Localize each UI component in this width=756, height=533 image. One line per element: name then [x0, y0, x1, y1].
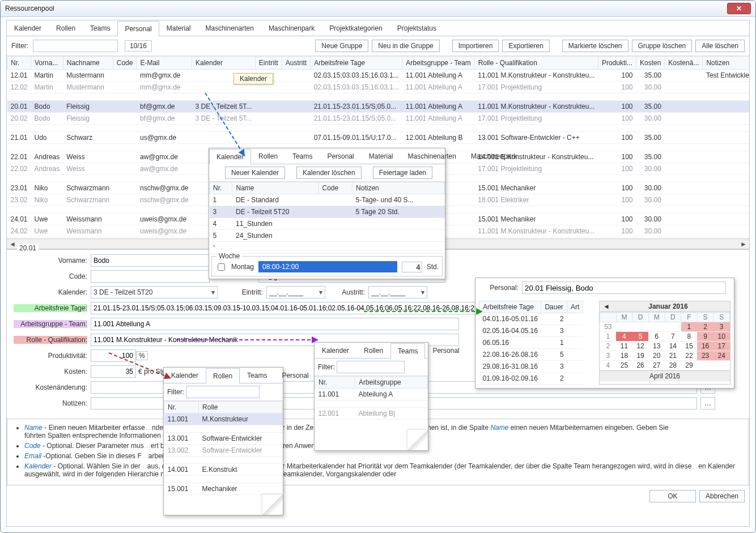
austritt-dropdown[interactable]: __.__.____ [368, 286, 427, 299]
calendar-day[interactable]: 14 [665, 342, 681, 351]
col-prod[interactable]: Produkti... [598, 57, 636, 70]
tab-personal[interactable]: Personal [320, 148, 361, 164]
calendar-day[interactable]: 29 [681, 361, 698, 370]
gruppe-loeschen-button[interactable]: Gruppe löschen [632, 40, 693, 52]
list-item[interactable]: 04.01.16-05.01.162 [479, 313, 583, 325]
table-row[interactable]: 12.02MartinMustermannmm@gmx.de02.03.15;0… [7, 82, 750, 93]
list-item[interactable]: 01.09.16-02.09.162 [479, 373, 583, 385]
calendar-day[interactable] [632, 322, 649, 332]
tab-rollen[interactable]: Rollen [356, 343, 390, 358]
calendar-day[interactable]: 5 [632, 332, 649, 342]
col-kalender[interactable]: Kalender [192, 57, 256, 70]
calendar-day[interactable]: 22 [681, 351, 698, 361]
list-item[interactable]: 3DE - Teilzeit 5T205 Tage 20 Std. [210, 206, 445, 218]
filter-input[interactable] [33, 40, 118, 52]
list-item[interactable]: 1DE - Standard5-Tage- und 40 S... [210, 194, 445, 206]
table-row[interactable]: 20.01BodoFleissigbf@gmx.de3 DE - Teilzei… [7, 101, 750, 113]
rollen-filter-input[interactable] [186, 386, 260, 398]
tab-kalender[interactable]: Kalender [315, 343, 356, 358]
tab-maschinenpark[interactable]: Maschinenpark [464, 148, 524, 164]
table-row[interactable]: 21.01UdoSchwarzus@gmx.de07.01.15-09.01.1… [7, 132, 750, 144]
calendar-day[interactable]: 13 [648, 342, 665, 351]
tab-kalender[interactable]: Kalender [164, 368, 206, 383]
tab-rollen[interactable]: Rollen [206, 368, 240, 383]
importieren-button[interactable]: Importieren [452, 40, 499, 52]
tab-maschinenarten[interactable]: Maschinenarten [198, 20, 261, 36]
col-austritt[interactable]: Austritt [282, 57, 310, 70]
calendar-day[interactable] [697, 361, 713, 370]
calendar-day[interactable]: 20 [648, 351, 665, 361]
calendar-day[interactable]: 21 [665, 351, 681, 361]
calendar-day[interactable]: 18 [616, 351, 632, 361]
kalender-dropdown[interactable]: 3 DE - Teilzeit 5T20 [91, 286, 218, 299]
alle-loeschen-button[interactable]: Alle löschen [695, 40, 745, 52]
tab-maschinenarten[interactable]: Maschinenarten [400, 148, 463, 164]
table-row[interactable]: 12.01MartinMustermannmm@gmx.de02.03.15;0… [7, 70, 750, 82]
list-item[interactable]: 22.08.16-26.08.165 [479, 349, 583, 361]
neuer-kalender-button[interactable]: Neuer Kalender [225, 167, 285, 179]
arbeitsfreie-tage-list[interactable]: Arbeitsfreie TageDauerArt04.01.16-05.01.… [479, 301, 583, 385]
calendar-day[interactable]: 26 [632, 361, 649, 370]
vorname-input[interactable] [91, 254, 210, 267]
kosten-input[interactable] [91, 365, 136, 378]
teams-filter-input[interactable] [337, 361, 405, 373]
produktivitaet-input[interactable] [91, 349, 136, 362]
calendar-day[interactable]: 19 [632, 351, 649, 361]
tab-teams[interactable]: Teams [285, 148, 320, 164]
tab-rollen[interactable]: Rollen [251, 148, 285, 164]
calendar-day[interactable]: 2 [697, 322, 713, 332]
list-item[interactable]: 02.05.16-04.05.163 [479, 325, 583, 337]
montag-std-input[interactable] [402, 262, 422, 272]
tab-material[interactable]: Material [159, 20, 198, 36]
neue-gruppe-button[interactable]: Neue Gruppe [315, 40, 368, 52]
list-item[interactable]: 14.001E.Konstrukt [164, 464, 283, 476]
tab-personal[interactable]: Personal [425, 343, 466, 358]
calendar-day[interactable] [665, 322, 681, 332]
list-item[interactable]: 13.002Software-Entwickler [164, 445, 283, 457]
list-item[interactable]: 29.08.16-31.08.163 [479, 361, 583, 373]
list-item[interactable]: * [210, 242, 445, 254]
notizen-more-button[interactable]: … [700, 397, 715, 410]
col-rolle[interactable]: Rolle - Qualifikation [474, 57, 598, 70]
tab-rollen[interactable]: Rollen [49, 20, 83, 36]
calendar-day[interactable]: 9 [697, 332, 713, 342]
calendar-prev-icon[interactable]: ◄ [603, 302, 610, 310]
rollen-list[interactable]: Nr.Rolle11.001M.Konstrukteur13.001Softwa… [164, 401, 283, 495]
mini-calendar[interactable]: ◄ Januar 2016 MDMDFSS5312314567891021112… [599, 301, 730, 385]
calendar-day[interactable]: 6 [648, 332, 665, 342]
calendar-day[interactable]: 3 [713, 322, 730, 332]
col-team[interactable]: Arbeitsgruppe - Team [402, 57, 475, 70]
tab-teams[interactable]: Teams [240, 368, 274, 383]
calendar-day[interactable]: 17 [713, 342, 730, 351]
col-vorname[interactable]: Vorna... [31, 57, 63, 70]
calendar-day[interactable]: 4 [616, 332, 632, 342]
col-nachname[interactable]: Nachname [63, 57, 113, 70]
calendar-day[interactable]: 27 [648, 361, 665, 370]
calendar-day[interactable]: 16 [697, 342, 713, 351]
col-eintritt[interactable]: Eintritt [255, 57, 282, 70]
list-item[interactable]: 524_Stunden [210, 230, 445, 242]
col-code[interactable]: Code [113, 57, 137, 70]
tab-personal[interactable]: Personal [117, 21, 159, 36]
tab-teams[interactable]: Teams [83, 20, 117, 36]
calendar-day[interactable]: 25 [616, 361, 632, 370]
tab-projektstatus[interactable]: Projektstatus [390, 20, 444, 36]
calendar-day[interactable]: 7 [665, 332, 681, 342]
close-icon[interactable]: ✕ [727, 3, 751, 14]
markierte-loeschen-button[interactable]: Markierte löschen [562, 40, 628, 52]
calendar-day[interactable]: 11 [616, 342, 632, 351]
table-row[interactable]: 20.02BodoFleissigbf@gmx.de3 DE - Teilzei… [7, 113, 750, 125]
code-input[interactable] [91, 270, 210, 283]
montag-checkbox[interactable] [218, 263, 225, 271]
col-nr[interactable]: Nr. [7, 57, 31, 70]
col-kosten[interactable]: Kosten [636, 57, 664, 70]
list-item[interactable]: 411_Stunden [210, 218, 445, 230]
tab-kalender[interactable]: Kalender [209, 149, 251, 164]
calendar-day[interactable]: 12 [632, 342, 649, 351]
scroll-left-icon[interactable]: ◄ [9, 240, 16, 248]
col-notizen[interactable]: Notizen [703, 57, 749, 70]
tab-projektkategorien[interactable]: Projektkategorien [322, 20, 389, 36]
arbeitsgruppe-team-input[interactable] [91, 318, 459, 330]
kalender-loeschen-button[interactable]: Kalender löschen [296, 167, 362, 179]
tab-maschinenpark[interactable]: Maschinenpark [261, 20, 322, 36]
